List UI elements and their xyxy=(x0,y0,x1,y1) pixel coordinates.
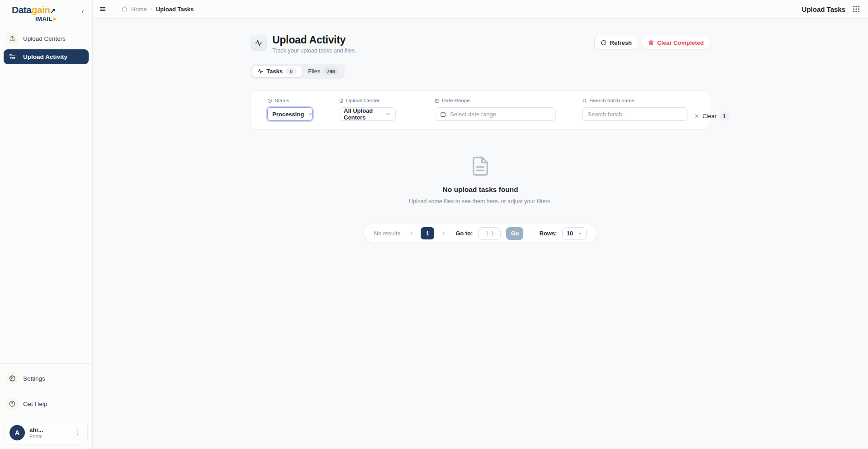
divider xyxy=(530,228,530,239)
date-range-input[interactable]: Select date range xyxy=(435,107,556,121)
user-role: Portal xyxy=(29,433,68,439)
refresh-icon xyxy=(601,40,607,46)
trash-icon xyxy=(648,40,654,46)
sidebar-item-get-help[interactable]: Get Help xyxy=(4,396,89,412)
chevron-right-icon[interactable] xyxy=(440,230,447,236)
active-filters-badge: 1 xyxy=(720,111,729,121)
goto-page-input[interactable] xyxy=(478,227,501,240)
filter-date-range: Date Range Select date range xyxy=(435,98,556,121)
sidebar-item-label: Settings xyxy=(23,375,45,382)
building-icon xyxy=(339,98,344,103)
chevron-down-icon xyxy=(385,111,391,117)
product-name: IMAIL➤ xyxy=(35,15,86,22)
search-icon xyxy=(582,98,587,103)
calendar-icon xyxy=(440,111,446,117)
app-title: Upload Tasks xyxy=(802,5,845,13)
page-header: Upload Activity Track your upload tasks … xyxy=(251,34,710,54)
sidebar: Datagain↗ IMAIL➤ ‹ Upload Centers Upload… xyxy=(0,0,93,449)
sidebar-footer: Settings Get Help A ahr... Portal ⋮ xyxy=(0,363,92,444)
sidebar-nav: Upload Centers Upload Activity xyxy=(0,25,92,64)
files-count-badge: 798 xyxy=(323,67,338,75)
chevron-left-icon[interactable] xyxy=(408,230,415,236)
rows-label: Rows: xyxy=(539,230,557,237)
sidebar-item-upload-activity[interactable]: Upload Activity xyxy=(4,49,89,64)
go-button[interactable]: Go xyxy=(506,227,523,240)
status-label: Status xyxy=(267,98,313,103)
main-content: Upload Activity Track your upload tasks … xyxy=(93,19,868,449)
chevron-down-icon xyxy=(308,111,313,117)
rocket-icon: ➤ xyxy=(52,16,57,22)
logo: Datagain↗ IMAIL➤ ‹ xyxy=(0,0,92,25)
upload-icon xyxy=(6,33,18,44)
header-actions: Refresh Clear Completed xyxy=(594,34,710,49)
task-list-icon xyxy=(6,51,18,63)
goto-label: Go to: xyxy=(455,230,473,237)
breadcrumb-separator: › xyxy=(151,6,152,12)
brand-arrow-icon: ↗ xyxy=(50,7,56,14)
tab-label: Tasks xyxy=(266,68,283,75)
search-batch-input[interactable] xyxy=(582,107,688,121)
refresh-button[interactable]: Refresh xyxy=(594,36,638,49)
upload-center-label: Upload Center xyxy=(339,98,396,103)
page-header-text: Upload Activity Track your upload tasks … xyxy=(272,34,355,54)
filter-status: Status Processing xyxy=(267,98,313,121)
hamburger-menu-icon[interactable] xyxy=(93,0,113,18)
pulse-icon xyxy=(257,68,263,74)
chevron-down-icon xyxy=(578,231,583,236)
filter-upload-center: Upload Center All Upload Centers xyxy=(339,98,396,121)
empty-state-title: No upload tasks found xyxy=(251,186,710,194)
apps-grid-icon[interactable] xyxy=(853,5,860,13)
sidebar-item-upload-centers[interactable]: Upload Centers xyxy=(4,30,89,47)
avatar: A xyxy=(9,425,25,440)
gear-icon xyxy=(6,373,18,384)
help-circle-icon xyxy=(6,398,18,410)
status-select[interactable]: Processing xyxy=(267,107,313,121)
upload-center-select[interactable]: All Upload Centers xyxy=(339,107,396,121)
brand-wordmark: Datagain↗ xyxy=(12,5,86,16)
filter-card: Status Processing Upload Center xyxy=(251,90,710,129)
search-label: Search batch name xyxy=(582,98,688,103)
breadcrumb-current: Upload Tasks xyxy=(156,6,194,13)
calendar-icon xyxy=(435,98,440,103)
user-name: ahr... xyxy=(29,426,68,433)
date-range-label: Date Range xyxy=(435,98,556,103)
document-icon xyxy=(470,156,491,177)
results-status: No results xyxy=(374,230,401,237)
sidebar-collapse-icon[interactable]: ‹ xyxy=(79,7,87,15)
page-subtitle: Track your upload tasks and files xyxy=(272,48,355,54)
sidebar-item-label: Upload Activity xyxy=(23,53,67,60)
date-range-placeholder: Select date range xyxy=(450,111,496,118)
page-number-button[interactable]: 1 xyxy=(421,227,434,239)
breadcrumb-home[interactable]: Home xyxy=(131,6,147,13)
brand-part-data: Data xyxy=(12,5,32,15)
pagination-bar: No results 1 Go to: Go Rows: 10 xyxy=(364,224,598,243)
close-icon: ✕ xyxy=(694,113,699,119)
user-meta: ahr... Portal xyxy=(29,426,68,439)
home-icon xyxy=(121,6,128,12)
empty-state-subtitle: Upload some files to see them here, or a… xyxy=(251,198,710,205)
topbar: Home › Upload Tasks Upload Tasks xyxy=(93,0,868,19)
sidebar-item-settings[interactable]: Settings xyxy=(4,370,89,387)
tab-tasks[interactable]: Tasks 0 xyxy=(252,65,302,77)
tab-strip: Tasks 0 Files 798 xyxy=(251,64,345,79)
tab-files[interactable]: Files 798 xyxy=(303,65,343,77)
sidebar-item-label: Get Help xyxy=(23,401,47,407)
tasks-count-badge: 0 xyxy=(286,67,297,75)
user-card[interactable]: A ahr... Portal ⋮ xyxy=(5,421,88,444)
clear-completed-button[interactable]: Clear Completed xyxy=(642,36,710,49)
empty-state: No upload tasks found Upload some files … xyxy=(251,156,710,205)
filter-search: Search batch name xyxy=(582,98,688,121)
brand-part-gain: gain xyxy=(32,5,50,15)
topbar-right: Upload Tasks xyxy=(802,5,868,13)
status-circle-icon xyxy=(267,98,272,103)
activity-icon xyxy=(251,35,267,51)
breadcrumb: Home › Upload Tasks xyxy=(113,6,802,13)
kebab-menu-icon[interactable]: ⋮ xyxy=(73,428,83,437)
clear-filters-button[interactable]: ✕ Clear 1 xyxy=(694,111,729,121)
page-title: Upload Activity xyxy=(272,34,355,46)
sidebar-item-label: Upload Centers xyxy=(23,35,66,42)
tab-label: Files xyxy=(308,68,320,75)
rows-per-page-select[interactable]: 10 xyxy=(562,227,587,240)
